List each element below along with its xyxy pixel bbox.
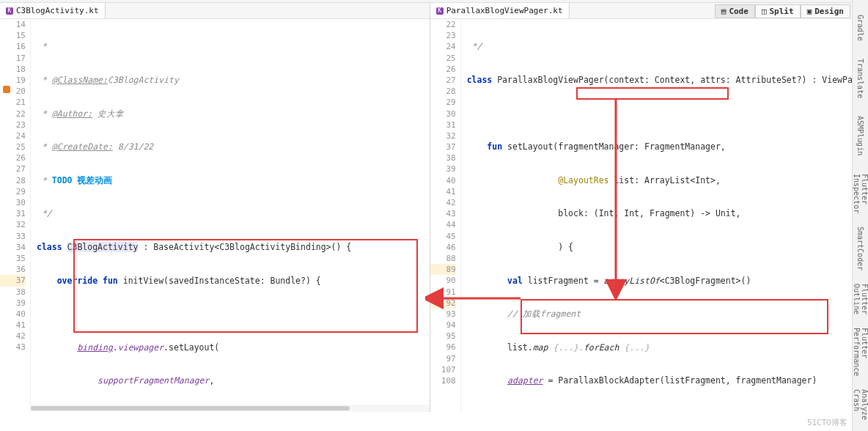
right-code[interactable]: */ class ParallaxBlogViewPager(context: …: [461, 19, 868, 412]
tool-flutter-inspector[interactable]: Flutter Inspector: [851, 169, 869, 218]
viewmode-switcher: ▤ Code ◫ Split ▣ Design: [715, 3, 850, 19]
tool-sidebar: Gradle Translate ASMPlugin Flutter Inspe…: [852, 0, 868, 431]
viewmode-split[interactable]: ◫ Split: [755, 4, 801, 18]
left-tab[interactable]: K C3BlogActivity.kt: [0, 3, 106, 18]
tool-flutter-perf[interactable]: Flutter Performance: [851, 323, 869, 380]
left-hscroll[interactable]: [31, 405, 430, 412]
right-tab[interactable]: K ParallaxBlogViewPager.kt: [430, 3, 570, 18]
kotlin-file-icon: K: [6, 7, 13, 15]
right-tab-label: ParallaxBlogViewPager.kt: [446, 6, 563, 15]
tool-analyze[interactable]: Analyze Crash: [851, 385, 869, 424]
right-gutter: 2223242526272829303132373839404142434445…: [430, 19, 461, 412]
watermark: 51CTO博客: [807, 417, 847, 428]
left-gutter: 1415161718192021222324252627282930313233…: [0, 19, 31, 412]
left-editor-pane: K C3BlogActivity.kt 14151617181920212223…: [0, 3, 430, 412]
left-code[interactable]: * * @ClassName:C3BlogActivity * @Author:…: [31, 19, 430, 412]
kotlin-file-icon: K: [436, 7, 444, 15]
right-editor-pane: K ParallaxBlogViewPager.kt 2223242526272…: [430, 3, 868, 412]
tool-smartcoder[interactable]: SmartCoder: [855, 222, 866, 275]
tool-translate[interactable]: Translate: [855, 54, 866, 103]
tool-asm[interactable]: ASMPlugin: [855, 111, 866, 160]
tool-flutter-outline[interactable]: Flutter Outline: [851, 279, 869, 319]
viewmode-code[interactable]: ▤ Code: [715, 4, 755, 18]
left-tab-label: C3BlogActivity.kt: [16, 6, 99, 15]
tool-gradle[interactable]: Gradle: [855, 10, 866, 45]
viewmode-design[interactable]: ▣ Design: [801, 4, 850, 18]
